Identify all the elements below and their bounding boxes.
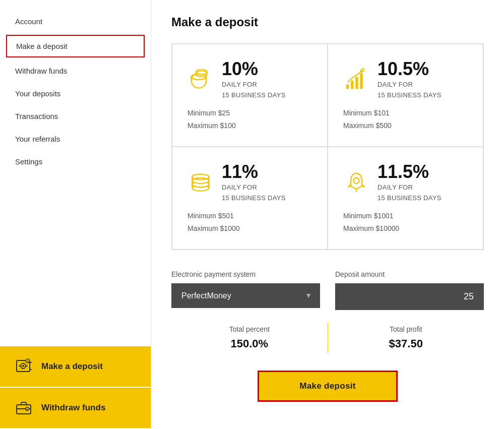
plan-percent-10-5: 10.5% DAILY FOR15 BUSINESS DAYS bbox=[377, 58, 442, 101]
sidebar-item-withdraw[interactable]: Withdraw funds bbox=[0, 59, 151, 82]
plan-percent-11-5: 11.5% DAILY FOR15 BUSINESS DAYS bbox=[377, 161, 442, 204]
chart-icon bbox=[343, 67, 369, 93]
page-title: Make a deposit bbox=[171, 15, 484, 29]
sidebar-item-account[interactable]: Account bbox=[0, 10, 151, 33]
svg-point-2 bbox=[22, 365, 24, 367]
plan-card-11: 11% DAILY FOR15 BUSINESS DAYS Minimum $5… bbox=[172, 147, 328, 250]
make-deposit-action-button[interactable]: $ Make a deposit bbox=[0, 346, 151, 387]
plan-limits-11: Minimum $501 Maximum $1000 bbox=[187, 210, 312, 235]
payment-label: Electronic payment system bbox=[171, 270, 320, 278]
total-profit-label: Total profit bbox=[328, 325, 484, 333]
deposit-amount-group: Deposit amount bbox=[335, 270, 484, 310]
svg-rect-20 bbox=[346, 84, 349, 89]
plan-limits-10-5: Minimum $101 Maximum $500 bbox=[343, 107, 468, 132]
sidebar-item-referrals[interactable]: Your referrals bbox=[0, 128, 151, 150]
sidebar-item-make-deposit[interactable]: Make a deposit bbox=[6, 35, 145, 57]
stack-icon bbox=[187, 169, 214, 196]
sidebar-actions: $ Make a deposit $ Withdraw funds bbox=[0, 346, 151, 429]
svg-rect-22 bbox=[355, 77, 358, 89]
plan-percent-10: 10% DAILY FOR15 BUSINESS DAYS bbox=[222, 58, 286, 101]
plan-card-10-5: 10.5% DAILY FOR15 BUSINESS DAYS Minimum … bbox=[328, 44, 483, 147]
total-percent-label: Total percent bbox=[171, 325, 328, 333]
sidebar-item-your-deposits[interactable]: Your deposits bbox=[0, 82, 151, 105]
withdraw-action-label: Withdraw funds bbox=[41, 403, 105, 413]
total-profit-item: Total profit $37.50 bbox=[328, 320, 484, 355]
plan-header-10-5: 10.5% DAILY FOR15 BUSINESS DAYS bbox=[343, 58, 468, 101]
svg-text:$: $ bbox=[27, 360, 29, 364]
plan-header-11-5: 11.5% DAILY FOR15 BUSINESS DAYS bbox=[343, 161, 468, 204]
payment-select[interactable]: PerfectMoney Bitcoin Ethereum bbox=[171, 283, 320, 308]
coin-icon bbox=[187, 67, 214, 93]
svg-point-25 bbox=[361, 69, 364, 72]
make-deposit-action-label: Make a deposit bbox=[41, 361, 103, 372]
withdraw-action-icon: $ bbox=[15, 399, 33, 417]
submit-wrapper: Make deposit bbox=[171, 371, 484, 402]
plan-header-10: 10% DAILY FOR15 BUSINESS DAYS bbox=[187, 58, 312, 101]
svg-rect-21 bbox=[351, 81, 354, 89]
totals-row: Total percent 150.0% Total profit $37.50 bbox=[171, 320, 484, 355]
plan-card-10: 10% DAILY FOR15 BUSINESS DAYS Minimum $2… bbox=[172, 44, 328, 147]
active-nav-wrapper: Make a deposit bbox=[6, 35, 145, 57]
deposit-amount-input[interactable] bbox=[335, 283, 484, 310]
svg-point-32 bbox=[353, 178, 359, 183]
plan-percent-11: 11% DAILY FOR15 BUSINESS DAYS bbox=[222, 161, 286, 204]
main-content: Make a deposit 10% bbox=[151, 0, 504, 429]
plan-limits-10: Minimum $25 Maximum $100 bbox=[187, 107, 312, 132]
plans-grid: 10% DAILY FOR15 BUSINESS DAYS Minimum $2… bbox=[171, 43, 484, 250]
deposit-form: Electronic payment system PerfectMoney B… bbox=[171, 270, 484, 402]
sidebar-item-transactions[interactable]: Transactions bbox=[0, 105, 151, 128]
total-profit-value: $37.50 bbox=[328, 337, 484, 350]
payment-system-group: Electronic payment system PerfectMoney B… bbox=[171, 270, 320, 310]
withdraw-funds-action-button[interactable]: $ Withdraw funds bbox=[0, 388, 151, 428]
rocket-icon bbox=[343, 169, 369, 196]
total-percent-value: 150.0% bbox=[171, 337, 328, 350]
plan-card-11-5: 11.5% DAILY FOR15 BUSINESS DAYS Minimum … bbox=[328, 147, 483, 250]
total-percent-item: Total percent 150.0% bbox=[171, 320, 328, 355]
svg-rect-23 bbox=[360, 73, 363, 89]
plan-header-11: 11% DAILY FOR15 BUSINESS DAYS bbox=[187, 161, 312, 204]
amount-label: Deposit amount bbox=[335, 270, 484, 278]
sidebar-item-settings[interactable]: Settings bbox=[0, 150, 151, 173]
form-inputs-row: Electronic payment system PerfectMoney B… bbox=[171, 270, 484, 310]
sidebar: Account Make a deposit Withdraw funds Yo… bbox=[0, 0, 151, 429]
make-deposit-button[interactable]: Make deposit bbox=[258, 371, 397, 402]
payment-select-wrapper: PerfectMoney Bitcoin Ethereum ▼ bbox=[171, 283, 320, 308]
plan-limits-11-5: Minimum $1001 Maximum $10000 bbox=[343, 210, 468, 235]
make-deposit-action-icon: $ bbox=[15, 357, 33, 376]
sidebar-nav: Account Make a deposit Withdraw funds Yo… bbox=[0, 0, 151, 346]
